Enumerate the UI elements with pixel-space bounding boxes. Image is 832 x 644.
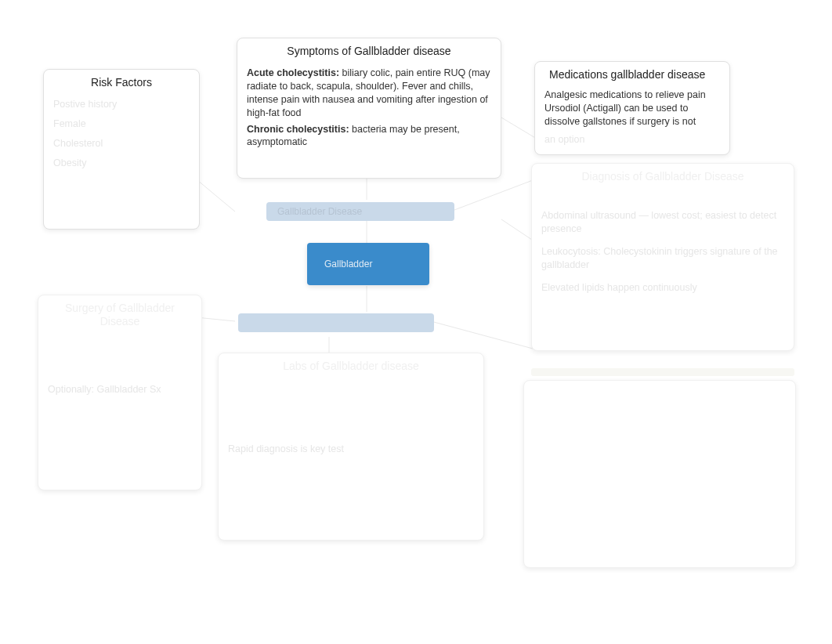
med-line-2: Ursodiol (Actigall) can be used to disso… (544, 102, 720, 128)
main-pill-label: Gallbladder (324, 259, 372, 270)
bottom-right-node (523, 380, 796, 568)
diagnosis-title: Diagnosis of Gallbladder Disease (541, 170, 784, 186)
diagnosis-body: Abdominal ultrasound — lowest cost; easi… (541, 209, 784, 294)
svg-line-7 (454, 180, 533, 210)
medications-title: Medications gallbladder disease (544, 68, 720, 84)
bottom-pill (238, 313, 434, 332)
risk-factors-body: Postive history Female Cholesterol Obesi… (53, 98, 190, 170)
svg-line-8 (431, 321, 533, 349)
labs-title: Labs of Gallbladder disease (228, 360, 474, 375)
labs-node: Labs of Gallbladder disease Rapid diagno… (218, 353, 484, 541)
diagnosis-node: Diagnosis of Gallbladder Disease Abdomin… (531, 163, 794, 351)
symptoms-body: Acute cholecystitis: biliary colic, pain… (247, 67, 491, 149)
top-pill-label: Gallbladder Disease (277, 206, 362, 217)
acute-label: Acute cholecystitis: (247, 67, 339, 78)
medications-body: Analgesic medications to relieve pain Ur… (544, 89, 720, 147)
top-pill: Gallbladder Disease (266, 202, 454, 221)
strip-1 (531, 368, 794, 376)
surgery-line: Optionally: Gallbladder Sx (48, 383, 192, 396)
risk-factors-node: Risk Factors Postive history Female Chol… (43, 69, 200, 230)
labs-body: Rapid diagnosis is key test (228, 380, 474, 456)
svg-line-0 (197, 180, 235, 212)
med-line-3: an option (544, 133, 720, 147)
surgery-node: Surgery of Gallbladder Disease Optionall… (38, 295, 202, 490)
risk-factors-title: Risk Factors (53, 76, 190, 92)
risk-factors-item: Obesity (53, 157, 190, 170)
med-line-1: Analgesic medications to relieve pain (544, 89, 720, 102)
medications-node: Medications gallbladder disease Analgesi… (534, 61, 730, 155)
symptoms-node: Symptoms of Gallbladder disease Acute ch… (237, 38, 501, 179)
risk-factors-item: Cholesterol (53, 137, 190, 150)
main-pill: Gallbladder (307, 243, 429, 285)
diag-line-2: Leukocytosis: Cholecystokinin triggers s… (541, 245, 784, 272)
diag-line-3: Elevated lipids happen continuously (541, 281, 784, 295)
surgery-title: Surgery of Gallbladder Disease (48, 302, 192, 331)
diag-line-1: Abdominal ultrasound — lowest cost; easi… (541, 209, 784, 236)
chronic-label: Chronic cholecystitis: (247, 124, 349, 135)
labs-line: Rapid diagnosis is key test (228, 443, 474, 456)
surgery-body: Optionally: Gallbladder Sx (48, 336, 192, 396)
risk-factors-item: Postive history (53, 98, 190, 111)
risk-factors-item: Female (53, 118, 190, 131)
symptoms-title: Symptoms of Gallbladder disease (247, 45, 491, 60)
